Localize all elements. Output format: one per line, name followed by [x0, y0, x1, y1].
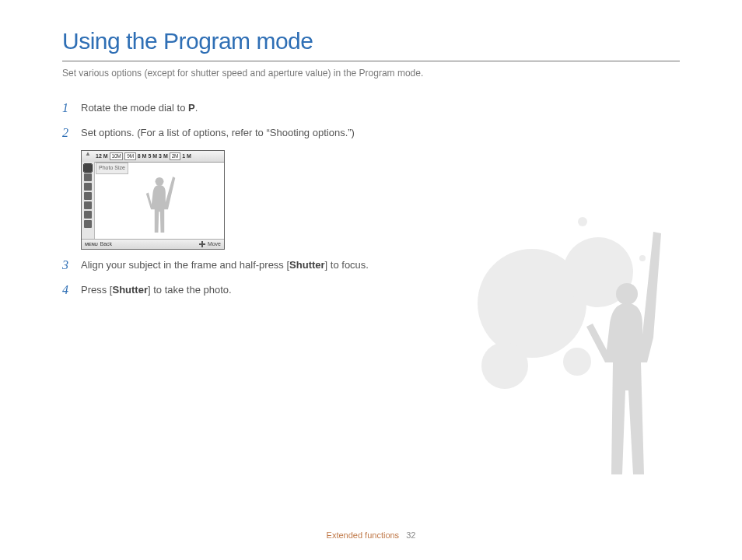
step-number: 2: [62, 125, 75, 140]
step-body: Align your subject in the frame and half…: [81, 257, 373, 273]
title-rule: [62, 61, 680, 61]
step-text: Set options. (For a list of options, ref…: [81, 127, 355, 138]
step-1: 1 Rotate the mode dial to P.: [62, 100, 373, 116]
sidebar-icon: [84, 220, 92, 228]
step-text: ] to focus.: [325, 259, 369, 271]
step-text: ] to take the photo.: [148, 284, 232, 296]
footer-page-number: 32: [406, 530, 415, 540]
step-number: 3: [62, 257, 75, 272]
step-4: 4 Press [Shutter] to take the photo.: [62, 282, 373, 298]
svg-point-7: [616, 283, 638, 305]
sidebar-icon: [84, 201, 92, 209]
option-chip: 9M: [124, 152, 135, 160]
step-3: 3 Align your subject in the frame and ha…: [62, 257, 373, 273]
up-arrow-icon: ▲: [85, 150, 91, 159]
navigate-icon: [199, 241, 205, 247]
step-text: Rotate the mode dial to: [81, 102, 188, 114]
step-body: Rotate the mode dial to P.: [81, 100, 373, 116]
sidebar-icon: [84, 173, 92, 181]
shutter-label: Shutter: [112, 284, 148, 296]
step-text: Align your subject in the frame and half…: [81, 259, 289, 271]
svg-point-4: [563, 348, 591, 376]
step-text: Press [: [81, 284, 112, 296]
photo-size-label: Photo Size: [96, 163, 128, 174]
step-body: Set options. (For a list of options, ref…: [81, 125, 373, 141]
option-chip: 3 M: [159, 152, 168, 161]
step-number: 1: [62, 100, 75, 115]
page-subtitle: Set various options (except for shutter …: [62, 68, 680, 79]
shutter-label: Shutter: [289, 259, 325, 271]
photo-size-option-bar: 12 M 10M 9M 8 M 5 M 3 M 2M 1 M: [82, 151, 224, 163]
svg-point-6: [578, 217, 587, 226]
page-footer: Extended functions 32: [0, 530, 742, 540]
subject-silhouette-icon: [136, 174, 183, 235]
option-chip: 10M: [110, 152, 124, 160]
sidebar-icon: [84, 211, 92, 219]
option-chip: 8 M: [138, 152, 147, 161]
svg-point-0: [156, 177, 164, 186]
svg-point-1: [478, 249, 586, 358]
svg-point-5: [639, 255, 646, 261]
svg-point-2: [563, 237, 633, 307]
page-title: Using the Program mode: [62, 28, 680, 58]
decorative-silhouette: [439, 210, 695, 490]
screen-bottom-bar: MENU Back Move: [82, 239, 224, 249]
camera-screen-illustration: ▲ 12 M 10M 9M 8 M 5 M 3 M 2M 1 M Photo S…: [81, 150, 225, 250]
option-chip: 12 M: [96, 152, 108, 161]
option-chip: 5 M: [148, 152, 157, 161]
settings-sidebar: [82, 162, 95, 240]
option-chip: 1 M: [182, 152, 191, 161]
footer-section: Extended functions: [327, 530, 400, 540]
sidebar-icon: [84, 192, 92, 200]
mode-p-label: P: [188, 102, 195, 114]
option-chip: 2M: [170, 152, 180, 160]
step-number: 4: [62, 282, 75, 297]
steps-list: 1 Rotate the mode dial to P. 2 Set optio…: [62, 100, 373, 299]
move-label: Move: [208, 240, 221, 249]
sidebar-icon: [84, 164, 92, 172]
step-text: .: [195, 102, 198, 114]
sidebar-icon: [84, 183, 92, 191]
svg-point-3: [481, 342, 528, 389]
back-label: Back: [100, 240, 112, 249]
menu-icon: MENU: [85, 241, 97, 248]
step-2: 2 Set options. (For a list of options, r…: [62, 125, 373, 141]
step-body: Press [Shutter] to take the photo.: [81, 282, 373, 298]
